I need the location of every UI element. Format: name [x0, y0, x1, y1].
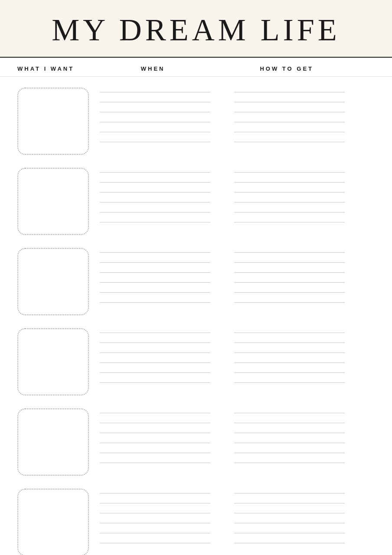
- when-lines-6: [100, 491, 210, 553]
- how-line-1-1: [234, 92, 345, 92]
- when-line-2-1: [100, 172, 210, 173]
- when-line-4-5: [100, 372, 210, 373]
- when-line-3-1: [100, 252, 210, 253]
- when-lines-4: [100, 330, 210, 392]
- how-line-3-6: [234, 302, 345, 303]
- when-line-1-1: [100, 92, 210, 92]
- page-title: MY DREAM LIFE: [0, 12, 392, 48]
- when-line-3-4: [100, 282, 210, 283]
- how-line-6-4: [234, 523, 345, 523]
- how-line-5-5: [234, 453, 345, 453]
- when-line-2-6: [100, 222, 210, 222]
- when-line-1-2: [100, 102, 210, 102]
- when-line-5-4: [100, 443, 210, 443]
- main-content: [0, 77, 392, 555]
- row-section-2: [17, 161, 375, 242]
- when-line-4-2: [100, 343, 210, 343]
- how-line-4-2: [234, 343, 345, 343]
- when-line-2-3: [100, 192, 210, 193]
- when-line-2-5: [100, 212, 210, 212]
- column-header-how: HOW TO GET: [251, 65, 375, 72]
- when-line-6-2: [100, 503, 210, 503]
- image-box-1[interactable]: [17, 88, 89, 155]
- how-line-5-1: [234, 413, 345, 413]
- lines-container-3: [100, 248, 375, 312]
- when-line-6-4: [100, 523, 210, 523]
- how-line-3-2: [234, 262, 345, 263]
- when-line-5-6: [100, 463, 210, 463]
- when-line-4-3: [100, 353, 210, 353]
- when-lines-1: [100, 90, 210, 152]
- when-line-6-1: [100, 493, 210, 493]
- row-section-6: [17, 482, 375, 555]
- how-line-1-6: [234, 142, 345, 142]
- how-line-4-4: [234, 362, 345, 363]
- when-line-6-5: [100, 533, 210, 533]
- how-lines-3: [234, 250, 345, 312]
- lines-container-4: [100, 328, 375, 392]
- how-line-6-1: [234, 493, 345, 493]
- how-line-6-6: [234, 543, 345, 543]
- when-line-3-3: [100, 272, 210, 273]
- lines-container-6: [100, 489, 375, 553]
- how-line-5-2: [234, 423, 345, 423]
- when-lines-2: [100, 170, 210, 232]
- image-box-4[interactable]: [17, 328, 89, 395]
- how-line-1-2: [234, 102, 345, 102]
- column-header-what: WHAT I WANT: [17, 65, 128, 72]
- how-lines-1: [234, 90, 345, 152]
- how-line-5-3: [234, 433, 345, 433]
- when-lines-5: [100, 411, 210, 473]
- how-line-1-5: [234, 132, 345, 132]
- when-lines-3: [100, 250, 210, 312]
- how-line-4-6: [234, 382, 345, 383]
- row-section-4: [17, 322, 375, 402]
- image-box-2[interactable]: [17, 168, 89, 235]
- when-line-4-6: [100, 382, 210, 383]
- when-line-3-2: [100, 262, 210, 263]
- when-line-6-3: [100, 513, 210, 513]
- how-line-3-4: [234, 282, 345, 283]
- how-lines-5: [234, 411, 345, 473]
- how-line-2-6: [234, 222, 345, 222]
- page-header: MY DREAM LIFE: [0, 0, 392, 58]
- when-line-3-6: [100, 302, 210, 303]
- when-line-1-3: [100, 112, 210, 112]
- row-section-1: [17, 81, 375, 161]
- how-line-4-5: [234, 372, 345, 373]
- when-line-1-5: [100, 132, 210, 132]
- image-box-6[interactable]: [17, 489, 89, 555]
- how-line-3-3: [234, 272, 345, 273]
- how-line-6-3: [234, 513, 345, 513]
- columns-header: WHAT I WANT WHEN HOW TO GET: [0, 58, 392, 77]
- how-line-3-5: [234, 292, 345, 293]
- when-line-5-1: [100, 413, 210, 413]
- how-lines-2: [234, 170, 345, 232]
- image-box-3[interactable]: [17, 248, 89, 315]
- how-line-2-2: [234, 182, 345, 183]
- how-line-2-5: [234, 212, 345, 212]
- page-wrapper: MY DREAM LIFE WHAT I WANT WHEN HOW TO GE…: [0, 0, 392, 555]
- how-lines-6: [234, 491, 345, 553]
- how-line-6-5: [234, 533, 345, 533]
- when-line-2-2: [100, 182, 210, 183]
- row-section-3: [17, 242, 375, 322]
- how-line-2-4: [234, 202, 345, 202]
- image-box-5[interactable]: [17, 408, 89, 476]
- how-line-1-3: [234, 112, 345, 112]
- how-line-5-4: [234, 443, 345, 443]
- lines-container-2: [100, 168, 375, 232]
- when-line-4-1: [100, 333, 210, 333]
- when-line-1-6: [100, 142, 210, 142]
- when-line-3-5: [100, 292, 210, 293]
- how-line-4-3: [234, 353, 345, 353]
- how-line-4-1: [234, 333, 345, 333]
- when-line-6-6: [100, 543, 210, 543]
- how-line-2-3: [234, 192, 345, 193]
- when-line-1-4: [100, 122, 210, 122]
- how-line-2-1: [234, 172, 345, 173]
- when-line-4-4: [100, 362, 210, 363]
- how-line-1-4: [234, 122, 345, 122]
- when-line-5-3: [100, 433, 210, 433]
- how-line-5-6: [234, 463, 345, 463]
